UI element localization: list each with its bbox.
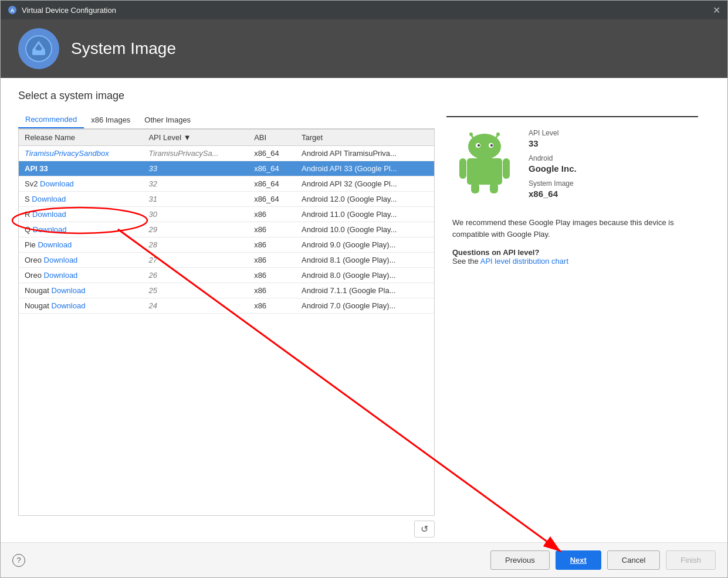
close-button[interactable]: ✕ [713, 5, 720, 16]
cell-target: Android 11.0 (Google Play... [296, 207, 434, 222]
cell-api-level: 30 [143, 207, 248, 222]
cell-release-name: R Download [19, 207, 143, 222]
cell-abi: x86_64 [248, 176, 296, 192]
android-studio-logo [24, 34, 53, 63]
cell-release-name: Oreo Download [19, 253, 143, 268]
svg-point-2 [26, 36, 52, 62]
next-button[interactable]: Next [556, 550, 601, 570]
api-level-label: API Level [529, 129, 698, 137]
cancel-button[interactable]: Cancel [607, 550, 660, 570]
table-header-row: Release Name API Level ▼ ABI Target [19, 130, 434, 146]
header-title: System Image [71, 39, 176, 58]
system-image-table-container: Release Name API Level ▼ ABI Target Tira… [18, 129, 435, 516]
cell-release-name: Nougat Download [19, 298, 143, 314]
window-title: Virtual Device Configuration [22, 6, 116, 15]
title-bar-left: A Virtual Device Configuration [8, 5, 116, 15]
col-api-level[interactable]: API Level ▼ [143, 130, 248, 146]
table-row[interactable]: Nougat Download24x86Android 7.0 (Google … [19, 298, 434, 314]
svg-point-14 [490, 144, 493, 147]
cell-release-name: API 33 [19, 161, 143, 176]
col-release-name: Release Name [19, 130, 143, 146]
download-link[interactable]: Download [52, 301, 86, 310]
cell-release-name: Nougat Download [19, 283, 143, 298]
cell-abi: x86 [248, 253, 296, 268]
previous-button[interactable]: Previous [490, 550, 550, 570]
main-window: A Virtual Device Configuration ✕ System … [0, 0, 728, 578]
cell-target: Android API 32 (Google Pl... [296, 176, 434, 192]
svg-rect-16 [459, 158, 466, 179]
cell-abi: x86 [248, 237, 296, 253]
cell-api-level: 31 [143, 192, 248, 207]
cell-api-level: TiramisuPrivacySa... [143, 146, 248, 161]
refresh-button[interactable]: ↺ [414, 521, 435, 538]
cell-api-level: 26 [143, 268, 248, 283]
api-distribution-link[interactable]: API level distribution chart [480, 257, 568, 266]
cell-abi: x86_64 [248, 146, 296, 161]
table-row[interactable]: Oreo Download26x86Android 8.0 (Google Pl… [19, 268, 434, 283]
cell-target: Android 8.1 (Google Play)... [296, 253, 434, 268]
finish-button[interactable]: Finish [666, 550, 716, 570]
table-row[interactable]: Oreo Download27x86Android 8.1 (Google Pl… [19, 253, 434, 268]
cell-release-name: S Download [19, 192, 143, 207]
refresh-row: ↺ [18, 516, 435, 542]
tab-recommended[interactable]: Recommended [18, 111, 84, 128]
table-row[interactable]: S Download31x86_64Android 12.0 (Google P… [19, 192, 434, 207]
svg-rect-18 [471, 183, 479, 193]
table-row[interactable]: TiramisuPrivacySandboxTiramisuPrivacySa.… [19, 146, 434, 161]
cell-target: Android 8.0 (Google Play)... [296, 268, 434, 283]
svg-point-8 [469, 132, 473, 136]
footer: ? Previous Next Cancel Finish [1, 542, 727, 577]
cell-api-level: 32 [143, 176, 248, 192]
col-target: Target [296, 130, 434, 146]
cell-abi: x86_64 [248, 192, 296, 207]
cell-abi: x86 [248, 298, 296, 314]
download-link[interactable]: Download [38, 240, 72, 249]
main-layout: Recommended x86 Images Other Images Rele… [18, 111, 710, 542]
cell-api-level: 25 [143, 283, 248, 298]
cell-release-name: TiramisuPrivacySandbox [19, 146, 143, 161]
svg-point-10 [468, 134, 501, 159]
table-row[interactable]: Nougat Download25x86Android 7.1.1 (Googl… [19, 283, 434, 298]
tabs-container: Recommended x86 Images Other Images [18, 111, 435, 129]
device-info-details: API Level 33 Android Google Inc. System … [523, 129, 698, 205]
download-link[interactable]: Download [52, 286, 86, 295]
header-logo [18, 28, 59, 69]
svg-rect-15 [467, 158, 502, 185]
download-link[interactable]: Download [44, 271, 78, 280]
tab-other-images[interactable]: Other Images [137, 111, 198, 128]
cell-target: Android 12.0 (Google Play... [296, 192, 434, 207]
cell-release-name: Q Download [19, 222, 143, 237]
table-row[interactable]: Pie Download28x86Android 9.0 (Google Pla… [19, 237, 434, 253]
download-link[interactable]: Download [40, 179, 74, 188]
right-panel: API Level 33 Android Google Inc. System … [435, 111, 710, 542]
footer-buttons: Previous Next Cancel Finish [490, 550, 716, 570]
cell-target: Android 7.1.1 (Google Pla... [296, 283, 434, 298]
cell-abi: x86 [248, 222, 296, 237]
api-level-value: 33 [529, 138, 698, 148]
system-image-value: x86_64 [529, 189, 698, 199]
table-row[interactable]: Q Download29x86Android 10.0 (Google Play… [19, 222, 434, 237]
download-link[interactable]: Download [44, 256, 78, 264]
cell-release-name: Pie Download [19, 237, 143, 253]
download-link[interactable]: Download [32, 195, 66, 203]
svg-rect-5 [32, 50, 45, 55]
cell-api-level: 33 [143, 161, 248, 176]
download-link[interactable]: Download [33, 225, 67, 234]
help-button[interactable]: ? [12, 554, 25, 567]
android-value: Google Inc. [529, 164, 698, 174]
system-image-label: System Image [529, 179, 698, 188]
cell-release-name: Sv2 Download [19, 176, 143, 192]
cell-target: Android 7.0 (Google Play)... [296, 298, 434, 314]
col-abi: ABI [248, 130, 296, 146]
table-row[interactable]: Sv2 Download32x86_64Android API 32 (Goog… [19, 176, 434, 192]
cell-api-level: 27 [143, 253, 248, 268]
table-row[interactable]: API 3333x86_64Android API 33 (Google Pl.… [19, 161, 434, 176]
svg-text:A: A [11, 8, 15, 13]
android-section: Android Google Inc. [523, 154, 698, 174]
svg-point-13 [478, 144, 480, 147]
tab-x86-images[interactable]: x86 Images [84, 111, 137, 128]
title-bar: A Virtual Device Configuration ✕ [1, 1, 727, 19]
table-row[interactable]: R Download30x86Android 11.0 (Google Play… [19, 207, 434, 222]
download-link[interactable]: Download [32, 210, 66, 219]
cell-target: Android API TiramisuPriva... [296, 146, 434, 161]
